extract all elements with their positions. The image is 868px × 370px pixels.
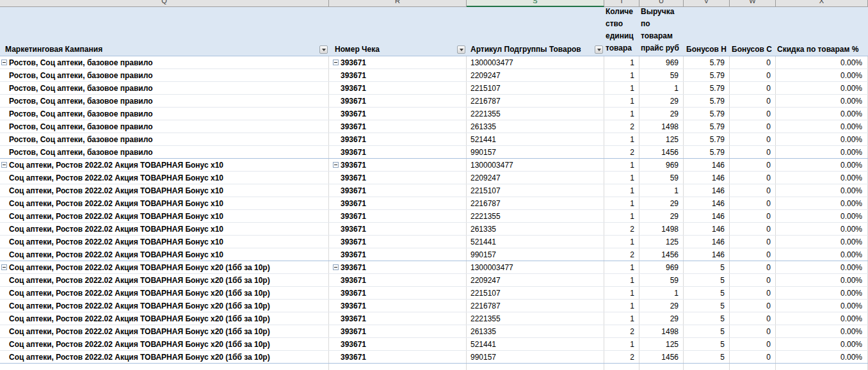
cell-campaign[interactable]: Соц аптеки, Ростов 2022.02 Акция ТОВАРНА… [0, 172, 329, 184]
collapse-button[interactable] [333, 264, 339, 270]
cell-revenue[interactable]: 29 [639, 210, 684, 222]
cell-campaign[interactable]: Соц аптеки, Ростов 2022.02 Акция ТОВАРНА… [0, 223, 329, 235]
cell-receipt[interactable]: 393671 [329, 210, 467, 222]
cell-bonus-c[interactable]: 0 [730, 56, 776, 68]
cell-bonus-n[interactable]: 146 [684, 159, 730, 171]
cell-bonus-n[interactable]: 146 [684, 172, 730, 184]
cell-qty[interactable]: 1 [604, 82, 639, 94]
cell-revenue[interactable]: 125 [639, 236, 684, 248]
cell-discount[interactable]: 0.00% [776, 120, 868, 133]
collapse-button[interactable] [1, 264, 7, 270]
cell-qty[interactable]: 1 [604, 172, 639, 184]
cell-qty[interactable]: 1 [604, 261, 639, 273]
cell-revenue[interactable]: 1498 [639, 223, 684, 235]
cell-bonus-c[interactable]: 0 [730, 325, 776, 337]
cell-article[interactable]: 990157 [467, 351, 604, 363]
cell-receipt[interactable]: 393671 [329, 69, 467, 81]
cell-campaign[interactable]: Соц аптеки, Ростов 2022.02 Акция ТОВАРНА… [0, 274, 329, 286]
cell-revenue[interactable]: 59 [639, 274, 684, 286]
cell-revenue[interactable]: 1456 [639, 351, 684, 363]
cell-receipt[interactable]: 393671 [329, 287, 467, 299]
cell-receipt[interactable]: 393671 [329, 274, 467, 286]
filter-button-receipt[interactable] [457, 45, 465, 54]
cell-campaign[interactable]: Соц аптеки, Ростов 2022.02 Акция ТОВАРНА… [0, 312, 329, 325]
cell-campaign[interactable]: Соц аптеки, Ростов 2022.02 Акция ТОВАРНА… [0, 351, 329, 363]
cell-discount[interactable]: 0.00% [776, 248, 868, 261]
cell-bonus-c[interactable]: 0 [730, 274, 776, 286]
cell-revenue[interactable]: 969 [639, 261, 684, 273]
header-cell-discount[interactable]: Скидка по товарам % [776, 7, 868, 56]
collapse-button[interactable] [1, 162, 7, 168]
cell-campaign[interactable]: Ростов, Соц аптеки, базовое правило [0, 82, 329, 94]
cell-revenue[interactable]: 1456 [639, 248, 684, 261]
cell-revenue[interactable]: 125 [639, 338, 684, 350]
cell-article[interactable]: 1300003477 [467, 159, 604, 171]
empty-cell[interactable] [776, 364, 868, 370]
cell-qty[interactable]: 1 [604, 287, 639, 299]
cell-article[interactable]: 1300003477 [467, 261, 604, 273]
cell-bonus-c[interactable]: 0 [730, 82, 776, 94]
cell-revenue[interactable]: 1 [639, 82, 684, 94]
column-header-q[interactable]: Q [0, 0, 329, 7]
cell-revenue[interactable]: 29 [639, 108, 684, 120]
cell-campaign[interactable]: Ростов, Соц аптеки, базовое правило [0, 133, 329, 145]
cell-qty[interactable]: 1 [604, 236, 639, 248]
cell-receipt[interactable]: 393671 [329, 95, 467, 107]
empty-cell[interactable] [467, 364, 604, 370]
cell-campaign[interactable]: Соц аптеки, Ростов 2022.02 Акция ТОВАРНА… [0, 261, 329, 273]
cell-discount[interactable]: 0.00% [776, 56, 868, 68]
cell-bonus-n[interactable]: 146 [684, 184, 730, 197]
cell-bonus-n[interactable]: 146 [684, 236, 730, 248]
cell-receipt[interactable]: 393671 [329, 159, 467, 171]
cell-bonus-c[interactable]: 0 [730, 108, 776, 120]
cell-revenue[interactable]: 29 [639, 312, 684, 325]
cell-article[interactable]: 2221355 [467, 312, 604, 325]
collapse-button[interactable] [333, 162, 339, 168]
cell-discount[interactable]: 0.00% [776, 82, 868, 94]
cell-bonus-c[interactable]: 0 [730, 300, 776, 312]
filter-button-article[interactable] [595, 45, 603, 54]
cell-bonus-n[interactable]: 5 [684, 300, 730, 312]
cell-receipt[interactable]: 393671 [329, 56, 467, 68]
cell-revenue[interactable]: 969 [639, 159, 684, 171]
cell-bonus-c[interactable]: 0 [730, 133, 776, 145]
cell-bonus-n[interactable]: 5 [684, 351, 730, 363]
cell-revenue[interactable]: 1498 [639, 120, 684, 133]
header-cell-quantity[interactable]: Количе ство единиц товара [604, 7, 639, 56]
cell-campaign[interactable]: Соц аптеки, Ростов 2022.02 Акция ТОВАРНА… [0, 197, 329, 209]
cell-revenue[interactable]: 59 [639, 69, 684, 81]
cell-bonus-n[interactable]: 5 [684, 274, 730, 286]
cell-article[interactable]: 2216787 [467, 300, 604, 312]
header-cell-article[interactable]: Артикул Подгруппы Товаров [467, 7, 604, 56]
cell-discount[interactable]: 0.00% [776, 95, 868, 107]
cell-receipt[interactable]: 393671 [329, 172, 467, 184]
cell-discount[interactable]: 0.00% [776, 287, 868, 299]
cell-bonus-n[interactable]: 146 [684, 248, 730, 261]
cell-article[interactable]: 990157 [467, 146, 604, 158]
empty-cell[interactable] [639, 364, 684, 370]
cell-discount[interactable]: 0.00% [776, 172, 868, 184]
cell-campaign[interactable]: Ростов, Соц аптеки, базовое правило [0, 108, 329, 120]
cell-bonus-n[interactable]: 5.79 [684, 56, 730, 68]
cell-revenue[interactable]: 125 [639, 133, 684, 145]
cell-discount[interactable]: 0.00% [776, 210, 868, 222]
header-cell-receipt[interactable]: Номер Чека [329, 7, 467, 56]
cell-discount[interactable]: 0.00% [776, 133, 868, 145]
cell-article[interactable]: 521441 [467, 338, 604, 350]
collapse-button[interactable] [333, 60, 339, 65]
cell-bonus-c[interactable]: 0 [730, 338, 776, 350]
cell-qty[interactable]: 2 [604, 351, 639, 363]
cell-revenue[interactable]: 969 [639, 56, 684, 68]
cell-bonus-n[interactable]: 146 [684, 223, 730, 235]
cell-discount[interactable]: 0.00% [776, 236, 868, 248]
filter-button-campaign[interactable] [319, 45, 328, 54]
cell-bonus-n[interactable]: 5 [684, 261, 730, 273]
cell-article[interactable]: 2221355 [467, 108, 604, 120]
cell-article[interactable]: 521441 [467, 133, 604, 145]
cell-bonus-c[interactable]: 0 [730, 236, 776, 248]
cell-article[interactable]: 2209247 [467, 172, 604, 184]
cell-discount[interactable]: 0.00% [776, 146, 868, 158]
cell-receipt[interactable]: 393671 [329, 223, 467, 235]
empty-cell[interactable] [329, 364, 467, 370]
header-cell-revenue[interactable]: Выручка по товарам прайс руб [639, 7, 684, 56]
